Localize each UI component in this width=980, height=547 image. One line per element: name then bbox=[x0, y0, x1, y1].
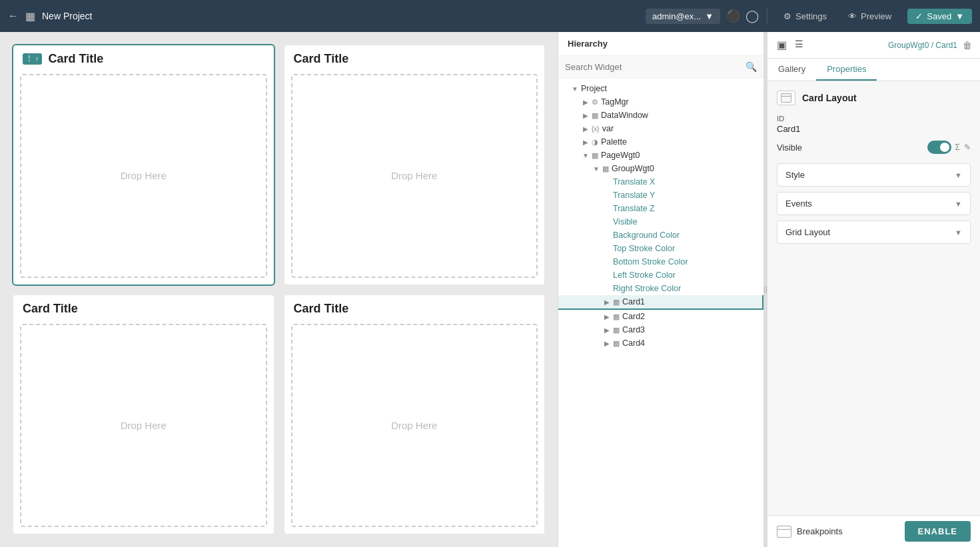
arrow-icon: ▶ bbox=[601, 326, 613, 334]
gear-icon: ⚙ bbox=[783, 11, 791, 21]
card-3-drop-zone[interactable]: Drop Here bbox=[20, 324, 267, 528]
enable-button[interactable]: ENABLE bbox=[905, 521, 971, 542]
breakpoints-label: Breakpoints bbox=[777, 526, 843, 538]
card-1-drag-icons[interactable]: ⋮ ↑ bbox=[23, 53, 42, 65]
main-layout: ⋮ ↑ Card Title Drop Here Card Title Drop… bbox=[0, 32, 980, 547]
tree-item-background-color[interactable]: Background Color bbox=[558, 229, 763, 242]
card-layout-icon bbox=[777, 91, 795, 105]
user-menu[interactable]: admin@ex... ▼ bbox=[646, 9, 720, 24]
search-input[interactable] bbox=[565, 62, 745, 72]
card-icon: ▩ bbox=[613, 312, 620, 321]
arrow-icon: ▶ bbox=[601, 298, 613, 306]
style-accordion-header[interactable]: Style ▼ bbox=[777, 164, 970, 186]
card-3-title: Card Title bbox=[23, 302, 78, 316]
tree-item-datawindow[interactable]: ▶ ▩ DataWindow bbox=[558, 109, 763, 122]
edit-icon[interactable]: ✎ bbox=[964, 143, 971, 152]
tree-item-palette[interactable]: ▶ ◑ Palette bbox=[558, 135, 763, 149]
arrow-icon: ▶ bbox=[580, 112, 592, 119]
topbar-left: ← ▦ New Project bbox=[8, 10, 638, 23]
properties-tabs: Gallery Properties bbox=[767, 59, 980, 81]
card-4-drop-text: Drop Here bbox=[391, 420, 437, 431]
tree-item-card1[interactable]: ▶ ▩ Card1 bbox=[558, 295, 763, 310]
grid-layout-accordion-header[interactable]: Grid Layout ▼ bbox=[777, 221, 970, 243]
grid-layout-accordion: Grid Layout ▼ bbox=[777, 221, 971, 244]
sigma-icon[interactable]: Σ bbox=[955, 143, 960, 152]
events-accordion: Events ▼ bbox=[777, 192, 971, 215]
preview-button[interactable]: 👁 Preview bbox=[843, 9, 897, 24]
palette-icon: ◑ bbox=[592, 138, 598, 147]
breakpoints-icon bbox=[777, 526, 791, 538]
desktop-icon[interactable]: ▣ bbox=[775, 37, 788, 53]
tree-item-project[interactable]: ▼ Project bbox=[558, 82, 763, 95]
clock-icon[interactable]: ◯ bbox=[745, 9, 759, 23]
saved-button[interactable]: ✓ Saved ▼ bbox=[907, 9, 972, 24]
user-email: admin@ex... bbox=[652, 11, 701, 21]
tree-item-right-stroke-color[interactable]: Right Stroke Color bbox=[558, 282, 763, 295]
settings-button[interactable]: ⚙ Settings bbox=[778, 9, 832, 24]
hierarchy-header: Hierarchy bbox=[558, 32, 763, 56]
arrow-icon: ▼ bbox=[590, 165, 602, 173]
card-4[interactable]: Card Title Drop Here bbox=[284, 295, 545, 534]
delete-icon[interactable]: 🗑 bbox=[963, 40, 972, 51]
bottom-bar: Breakpoints ENABLE bbox=[767, 515, 980, 547]
tree-item-bottom-stroke-color[interactable]: Bottom Stroke Color bbox=[558, 255, 763, 269]
tree-item-translate-z[interactable]: Translate Z bbox=[558, 202, 763, 215]
arrow-icon: ▶ bbox=[601, 313, 613, 320]
tree-item-var[interactable]: ▶ {x} var bbox=[558, 122, 763, 135]
topbar-center: admin@ex... ▼ ⚫ ◯ bbox=[646, 9, 759, 24]
card-1-drop-zone[interactable]: Drop Here bbox=[20, 74, 267, 278]
properties-content: Card Layout ID Card1 Visible Σ ✎ Style bbox=[767, 81, 980, 515]
section-header: Card Layout bbox=[777, 91, 971, 105]
tree-item-visible[interactable]: Visible bbox=[558, 215, 763, 229]
tree-item-top-stroke-color[interactable]: Top Stroke Color bbox=[558, 242, 763, 255]
chevron-down-icon: ▼ bbox=[955, 11, 964, 21]
prop-visible-row: Visible Σ ✎ bbox=[777, 141, 971, 154]
topbar: ← ▦ New Project admin@ex... ▼ ⚫ ◯ ⚙ Sett… bbox=[0, 0, 980, 32]
tree-item-translate-y[interactable]: Translate Y bbox=[558, 189, 763, 202]
card-4-drop-zone[interactable]: Drop Here bbox=[291, 324, 538, 528]
card-1-title: Card Title bbox=[49, 52, 104, 66]
tab-properties[interactable]: Properties bbox=[816, 59, 877, 81]
card-2-drop-zone[interactable]: Drop Here bbox=[291, 74, 538, 278]
eye-icon: 👁 bbox=[848, 11, 857, 21]
back-icon[interactable]: ← bbox=[8, 10, 19, 22]
visible-toggle[interactable] bbox=[927, 141, 951, 154]
card-1[interactable]: ⋮ ↑ Card Title Drop Here bbox=[13, 45, 274, 284]
tree-item-card2[interactable]: ▶ ▩ Card2 bbox=[558, 310, 763, 323]
hierarchy-tree: ▼ Project ▶ ⚙ TagMgr ▶ ▩ DataWindow ▶ {x… bbox=[558, 78, 763, 547]
arrow-icon: ▶ bbox=[580, 99, 592, 106]
layout-icon[interactable]: ▦ bbox=[25, 10, 35, 23]
user-icon[interactable]: ⚫ bbox=[726, 9, 740, 23]
breadcrumb: GroupWgt0 / Card1 bbox=[810, 41, 957, 50]
gear-icon: ⚙ bbox=[592, 98, 598, 107]
events-accordion-header[interactable]: Events ▼ bbox=[777, 193, 970, 215]
arrow-icon: ▼ bbox=[569, 85, 581, 93]
tree-item-groupwgt0[interactable]: ▼ ▩ GroupWgt0 bbox=[558, 162, 763, 175]
chevron-down-icon: ▼ bbox=[955, 200, 962, 208]
tab-gallery[interactable]: Gallery bbox=[767, 59, 816, 81]
variable-icon: {x} bbox=[592, 125, 600, 133]
card-4-header: Card Title bbox=[284, 295, 545, 320]
card-3[interactable]: Card Title Drop Here bbox=[13, 295, 274, 534]
chevron-down-icon: ▼ bbox=[955, 229, 962, 237]
tree-item-card4[interactable]: ▶ ▩ Card4 bbox=[558, 336, 763, 350]
tree-item-card3[interactable]: ▶ ▩ Card3 bbox=[558, 323, 763, 336]
expand-icon: ↑ bbox=[35, 55, 39, 63]
widget-icon: ▩ bbox=[592, 111, 598, 120]
card-1-header: ⋮ ↑ Card Title bbox=[13, 45, 274, 70]
prop-id-row: ID Card1 bbox=[777, 115, 971, 134]
tree-item-pagewgt0[interactable]: ▼ ▩ PageWgt0 bbox=[558, 149, 763, 162]
page-icon: ▩ bbox=[592, 151, 598, 160]
card-2[interactable]: Card Title Drop Here bbox=[284, 45, 545, 284]
tree-item-tagmgr[interactable]: ▶ ⚙ TagMgr bbox=[558, 95, 763, 109]
arrow-icon: ▶ bbox=[580, 139, 592, 146]
list-icon[interactable]: ☰ bbox=[793, 37, 805, 53]
card-4-title: Card Title bbox=[294, 302, 349, 316]
card-3-drop-text: Drop Here bbox=[121, 420, 167, 431]
card-2-title: Card Title bbox=[294, 52, 349, 66]
card-3-header: Card Title bbox=[13, 295, 274, 320]
card-icon: ▩ bbox=[613, 298, 620, 306]
tree-item-translate-x[interactable]: Translate X bbox=[558, 175, 763, 189]
search-icon: 🔍 bbox=[745, 61, 757, 72]
tree-item-left-stroke-color[interactable]: Left Stroke Color bbox=[558, 269, 763, 282]
